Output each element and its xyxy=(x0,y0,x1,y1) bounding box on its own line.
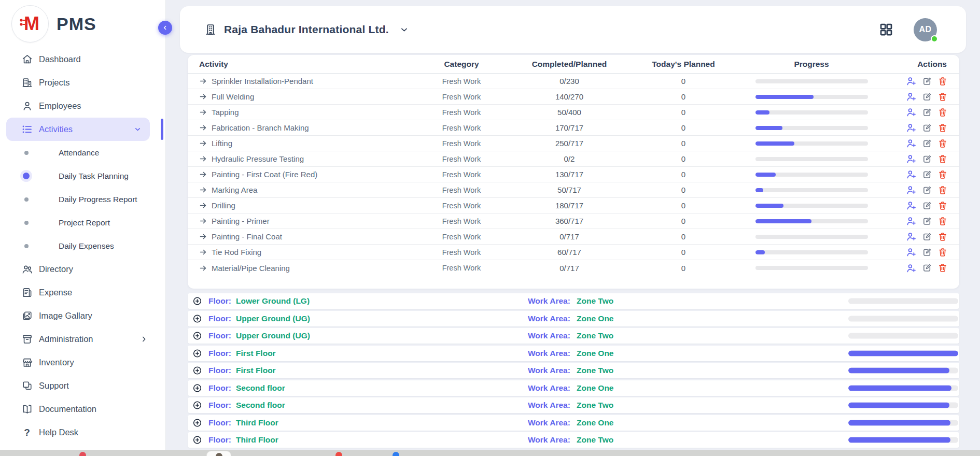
grid-icon xyxy=(878,22,894,37)
edit-activity-button[interactable] xyxy=(922,123,932,133)
edit-activity-button[interactable] xyxy=(922,232,932,242)
edit-activity-button[interactable] xyxy=(922,169,932,180)
assign-user-button[interactable] xyxy=(906,200,917,211)
delete-activity-button[interactable] xyxy=(937,76,948,87)
sidebar-item-image-gallary[interactable]: Image Gallary xyxy=(0,304,165,327)
work-area-label: Work Area: xyxy=(528,366,570,375)
activities-table: Activity Category Completed/Planned Toda… xyxy=(188,55,959,289)
edit-activity-button[interactable] xyxy=(922,92,932,102)
sidebar-item-inventory[interactable]: Inventory xyxy=(0,351,165,374)
edit-activity-button[interactable] xyxy=(922,247,932,258)
floor-progress-fill xyxy=(848,420,950,425)
sidebar-subitem-daily-expenses[interactable]: Daily Expenses xyxy=(0,234,165,258)
delete-activity-button[interactable] xyxy=(937,138,948,149)
sidebar-item-documentation[interactable]: Documentation xyxy=(0,397,165,421)
assign-user-button[interactable] xyxy=(906,91,917,102)
activity-cell: Full Welding xyxy=(188,92,405,101)
assign-user-button[interactable] xyxy=(906,231,917,242)
sidebar-item-help-desk[interactable]: ?Help Desk xyxy=(0,421,165,444)
floor-group-row[interactable]: Floor:Third FloorWork Area:Zone Two xyxy=(188,432,959,448)
edit-activity-button[interactable] xyxy=(922,138,932,149)
delete-activity-button[interactable] xyxy=(937,232,948,242)
assign-user-button[interactable] xyxy=(906,76,917,87)
plus-circle-icon[interactable] xyxy=(192,418,202,428)
sidebar-item-directory[interactable]: Directory xyxy=(0,258,165,281)
completed-planned-value: 250/717 xyxy=(517,139,621,148)
sidebar-item-activities[interactable]: Activities xyxy=(6,118,150,141)
assign-user-icon xyxy=(906,216,917,226)
edit-activity-button[interactable] xyxy=(922,263,932,273)
sidebar-item-label: Projects xyxy=(39,78,70,88)
floor-group-row[interactable]: Floor:Lower Ground (LG)Work Area:Zone Tw… xyxy=(188,293,959,309)
floor-group-row[interactable]: Floor:First FloorWork Area:Zone Two xyxy=(188,363,959,378)
delete-activity-button[interactable] xyxy=(937,169,948,180)
sidebar-collapse-button[interactable] xyxy=(158,21,172,35)
company-selector[interactable]: Raja Bahadur International Ltd. xyxy=(204,23,409,36)
delete-activity-button[interactable] xyxy=(937,185,948,195)
floor-group-row[interactable]: Floor:Second floorWork Area:Zone Two xyxy=(188,397,959,413)
directory-people-icon xyxy=(21,263,33,276)
assign-user-button[interactable] xyxy=(906,216,917,226)
assign-user-button[interactable] xyxy=(906,263,917,274)
plus-circle-icon[interactable] xyxy=(192,435,202,445)
taskbar-app-icon[interactable] xyxy=(335,452,342,456)
edit-activity-button[interactable] xyxy=(922,107,932,118)
edit-activity-button[interactable] xyxy=(922,201,932,211)
plus-circle-icon[interactable] xyxy=(192,348,202,358)
category-value: Fresh Work xyxy=(405,170,517,179)
floor-progress-fill xyxy=(848,385,951,391)
taskbar-app-icon[interactable] xyxy=(206,451,231,456)
sidebar-item-projects[interactable]: Projects xyxy=(0,71,165,94)
plus-circle-icon[interactable] xyxy=(192,314,202,323)
delete-activity-button[interactable] xyxy=(937,263,948,273)
floor-group-row[interactable]: Floor:Third FloorWork Area:Zone One xyxy=(188,415,959,431)
activity-cell: Sprinkler Installation-Pendant xyxy=(188,77,405,86)
assign-user-button[interactable] xyxy=(906,138,917,149)
edit-activity-button[interactable] xyxy=(922,76,932,87)
sidebar-item-employees[interactable]: Employees xyxy=(0,94,165,118)
assign-user-button[interactable] xyxy=(906,107,917,118)
edit-activity-button[interactable] xyxy=(922,154,932,164)
edit-activity-button[interactable] xyxy=(922,216,932,226)
sidebar-item-support[interactable]: Support xyxy=(0,374,165,397)
assign-user-button[interactable] xyxy=(906,122,917,133)
sidebar-item-dashboard[interactable]: Dashboard xyxy=(0,48,165,71)
assign-user-button[interactable] xyxy=(906,247,917,258)
floor-group-row[interactable]: Floor:Upper Ground (UG)Work Area:Zone Tw… xyxy=(188,328,959,344)
delete-activity-button[interactable] xyxy=(937,201,948,211)
floor-name: Upper Ground (UG) xyxy=(236,314,310,323)
plus-circle-icon[interactable] xyxy=(192,383,202,393)
floor-group-row[interactable]: Floor:Upper Ground (UG)Work Area:Zone On… xyxy=(188,311,959,326)
activity-row: Painting - PrimerFresh Work360/7170 xyxy=(188,213,959,229)
floor-group-row[interactable]: Floor:Second floorWork Area:Zone One xyxy=(188,380,959,396)
sidebar-subitem-attendance[interactable]: Attendance xyxy=(0,141,165,164)
apps-grid-button[interactable] xyxy=(878,22,894,37)
delete-activity-button[interactable] xyxy=(937,107,948,118)
plus-circle-icon[interactable] xyxy=(192,366,202,376)
delete-activity-button[interactable] xyxy=(937,216,948,226)
delete-activity-button[interactable] xyxy=(937,154,948,164)
delete-icon xyxy=(937,185,948,195)
sidebar-subitem-daily-progress-report[interactable]: Daily Progress Report xyxy=(0,188,165,211)
delete-activity-button[interactable] xyxy=(937,247,948,258)
sidebar-item-administration[interactable]: Administration xyxy=(0,327,165,351)
plus-circle-icon[interactable] xyxy=(192,331,202,341)
assign-user-button[interactable] xyxy=(906,153,917,164)
sidebar-item-expense[interactable]: Expense xyxy=(0,281,165,304)
assign-user-icon xyxy=(906,76,917,87)
user-avatar[interactable]: AD xyxy=(914,18,937,41)
taskbar-app-icon[interactable] xyxy=(393,452,399,456)
sidebar-subitem-daily-task-planning[interactable]: Daily Task Planning xyxy=(0,164,165,188)
floor-group-row[interactable]: Floor:First FloorWork Area:Zone One xyxy=(188,346,959,361)
arrow-right-icon xyxy=(199,264,207,272)
actions-cell xyxy=(877,91,959,102)
taskbar-app-icon[interactable] xyxy=(79,452,86,456)
delete-activity-button[interactable] xyxy=(937,92,948,102)
plus-circle-icon[interactable] xyxy=(192,296,202,306)
assign-user-button[interactable] xyxy=(906,169,917,180)
assign-user-button[interactable] xyxy=(906,184,917,195)
delete-activity-button[interactable] xyxy=(937,123,948,133)
plus-circle-icon[interactable] xyxy=(192,401,202,410)
edit-activity-button[interactable] xyxy=(922,185,932,195)
sidebar-subitem-project-report[interactable]: Project Report xyxy=(0,211,165,234)
